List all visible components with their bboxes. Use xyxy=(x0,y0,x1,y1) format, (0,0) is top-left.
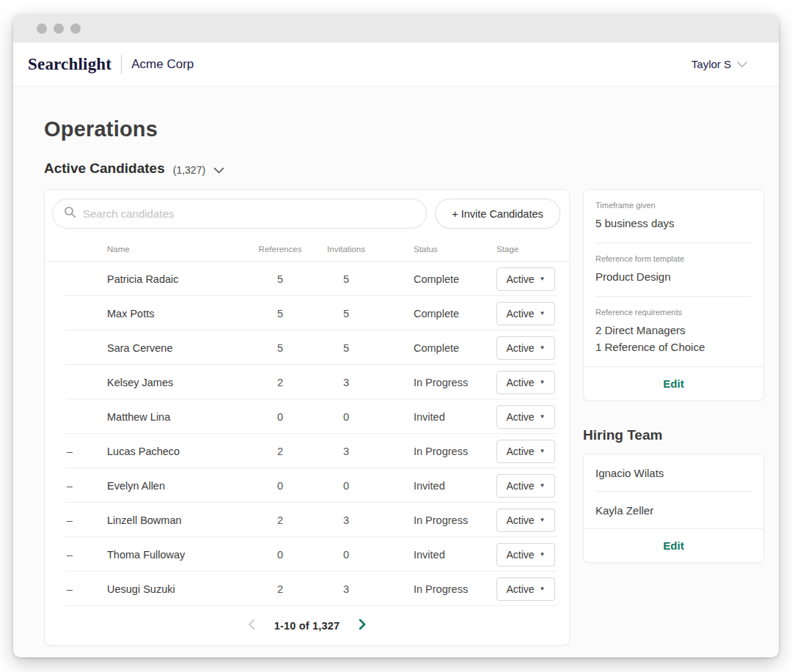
pagination-prev-button[interactable] xyxy=(246,617,257,634)
search-icon xyxy=(64,206,76,221)
table-row[interactable]: Patricia Radaic 5 5 Complete Active▼ xyxy=(45,262,569,296)
column-header-stage: Stage xyxy=(496,245,555,254)
org-name: Acme Corp xyxy=(131,57,194,72)
candidates-card: + Invite Candidates Name References Invi… xyxy=(44,189,570,646)
stage-label: Active xyxy=(506,273,534,285)
invitations-count: 3 xyxy=(313,583,379,595)
references-count: 0 xyxy=(247,549,313,561)
table-row[interactable]: – Linzell Bowman 2 3 In Progress Active▼ xyxy=(45,503,569,537)
field-value: 2 Direct Managers xyxy=(595,322,752,338)
caret-down-icon: ▼ xyxy=(540,586,546,592)
table-row[interactable]: Kelsey James 2 3 In Progress Active▼ xyxy=(45,365,569,399)
edit-role-settings-button[interactable]: Edit xyxy=(663,377,683,390)
caret-down-icon: ▼ xyxy=(540,483,546,489)
table-row[interactable]: – Evelyn Allen 0 0 Invited Active▼ xyxy=(45,468,569,503)
status-text: Invited xyxy=(379,411,496,423)
stage-dropdown[interactable]: Active▼ xyxy=(496,371,555,394)
team-member: Kayla Zeller xyxy=(584,492,763,528)
requirements-section: Reference requirements 2 Direct Managers… xyxy=(584,297,763,366)
row-marker: – xyxy=(67,583,107,595)
invitations-count: 3 xyxy=(313,514,379,526)
template-section: Reference form template Product Design xyxy=(584,243,763,296)
status-text: In Progress xyxy=(379,514,496,526)
candidate-name: Matthew Lina xyxy=(107,411,247,423)
invitations-count: 0 xyxy=(313,411,379,423)
references-count: 5 xyxy=(247,308,313,320)
caret-down-icon: ▼ xyxy=(540,276,546,282)
stage-dropdown[interactable]: Active▼ xyxy=(496,267,555,291)
chevron-down-icon[interactable] xyxy=(213,160,224,177)
window-control-dot xyxy=(70,23,81,34)
references-count: 2 xyxy=(247,583,313,595)
caret-down-icon: ▼ xyxy=(540,380,546,385)
user-menu[interactable]: Taylor S xyxy=(692,58,748,71)
invitations-count: 5 xyxy=(313,273,379,285)
field-label: Reference requirements xyxy=(595,308,752,317)
section-title: Active Candidates xyxy=(44,160,165,177)
candidate-name: Lucas Pacheco xyxy=(107,446,247,457)
table-row[interactable]: Max Potts 5 5 Complete Active▼ xyxy=(45,296,569,331)
invitations-count: 3 xyxy=(313,446,379,457)
window-control-dot xyxy=(37,23,47,34)
table-header-row: Name References Invitations Status Stage xyxy=(45,237,569,262)
caret-down-icon: ▼ xyxy=(540,448,546,454)
field-value: Product Design xyxy=(595,269,752,284)
row-marker: – xyxy=(67,514,107,526)
stage-label: Active xyxy=(506,583,534,595)
table-row[interactable]: – Uesugi Suzuki 2 3 In Progress Active▼ xyxy=(45,572,569,606)
field-label: Timeframe given xyxy=(595,201,752,210)
column-header-references: References xyxy=(247,245,313,254)
table-row[interactable]: Sara Cervene 5 5 Complete Active▼ xyxy=(45,331,569,365)
references-count: 0 xyxy=(247,480,313,492)
stage-label: Active xyxy=(506,480,534,492)
status-text: In Progress xyxy=(379,446,496,457)
references-count: 5 xyxy=(247,342,313,354)
search-input[interactable] xyxy=(83,207,415,220)
role-settings-card: Timeframe given 5 business days Referenc… xyxy=(583,189,764,401)
table-row[interactable]: – Thoma Fulloway 0 0 Invited Active▼ xyxy=(45,537,569,572)
candidate-name: Linzell Bowman xyxy=(107,514,247,526)
candidate-name: Thoma Fulloway xyxy=(107,549,247,561)
pagination-next-button[interactable] xyxy=(357,617,368,634)
table-row[interactable]: Matthew Lina 0 0 Invited Active▼ xyxy=(45,399,569,434)
stage-dropdown[interactable]: Active▼ xyxy=(496,336,555,360)
references-count: 5 xyxy=(247,273,313,285)
candidate-name: Patricia Radaic xyxy=(107,273,247,285)
stage-dropdown[interactable]: Active▼ xyxy=(496,509,555,532)
pagination: 1-10 of 1,327 xyxy=(45,606,569,645)
stage-dropdown[interactable]: Active▼ xyxy=(496,543,555,566)
edit-hiring-team-button[interactable]: Edit xyxy=(663,539,683,552)
caret-down-icon: ▼ xyxy=(540,311,546,317)
sidebar: Timeframe given 5 business days Referenc… xyxy=(583,189,764,563)
stage-label: Active xyxy=(506,514,534,526)
stage-dropdown[interactable]: Active▼ xyxy=(496,474,555,498)
table-row[interactable]: – Lucas Pacheco 2 3 In Progress Active▼ xyxy=(45,434,569,468)
hiring-team-title: Hiring Team xyxy=(583,427,764,443)
main-content: Operations Active Candidates (1,327) + xyxy=(13,86,779,657)
window-control-dot xyxy=(54,23,64,34)
timeframe-section: Timeframe given 5 business days xyxy=(584,190,763,243)
app-header: Searchlight Acme Corp Taylor S xyxy=(13,43,779,86)
status-text: In Progress xyxy=(379,377,496,388)
stage-dropdown[interactable]: Active▼ xyxy=(496,440,555,463)
caret-down-icon: ▼ xyxy=(540,345,546,351)
window-titlebar xyxy=(13,15,779,43)
stage-dropdown[interactable]: Active▼ xyxy=(496,405,555,429)
stage-label: Active xyxy=(506,411,534,423)
stage-label: Active xyxy=(506,308,534,320)
candidate-name: Evelyn Allen xyxy=(107,480,247,492)
edit-row: Edit xyxy=(584,529,763,562)
column-header-invitations: Invitations xyxy=(313,245,379,254)
status-text: Invited xyxy=(379,480,496,492)
stage-label: Active xyxy=(506,446,534,457)
references-count: 2 xyxy=(247,446,313,457)
stage-dropdown[interactable]: Active▼ xyxy=(496,577,555,601)
invite-candidates-button[interactable]: + Invite Candidates xyxy=(435,199,560,229)
team-member: Ignacio Wilats xyxy=(584,454,763,491)
invitations-count: 0 xyxy=(313,549,379,561)
edit-row: Edit xyxy=(584,367,763,400)
invitations-count: 5 xyxy=(313,308,379,320)
status-text: In Progress xyxy=(379,583,496,595)
field-value: 5 business days xyxy=(595,215,752,231)
stage-dropdown[interactable]: Active▼ xyxy=(496,302,555,325)
